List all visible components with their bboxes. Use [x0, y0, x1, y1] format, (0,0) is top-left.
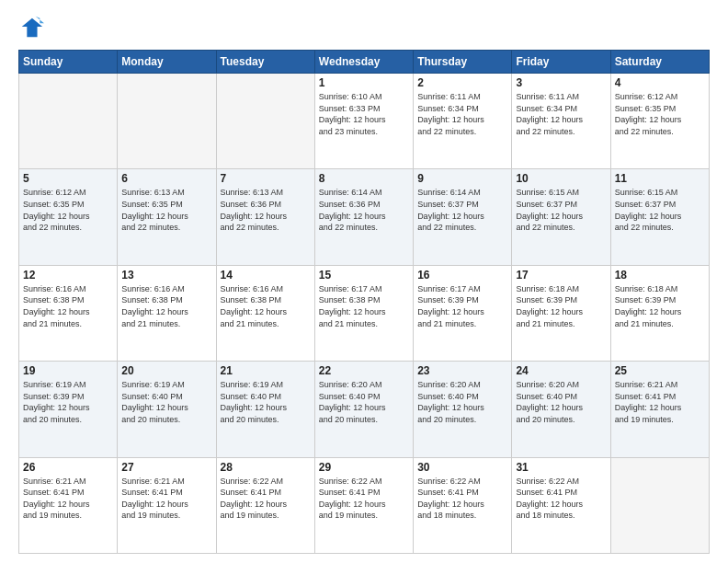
calendar-cell: 11Sunrise: 6:15 AM Sunset: 6:37 PM Dayli…: [610, 169, 709, 265]
day-number: 31: [516, 461, 606, 474]
day-number: 7: [221, 172, 311, 185]
day-number: 10: [516, 172, 606, 185]
day-number: 1: [319, 76, 409, 89]
calendar-cell: [19, 74, 118, 169]
day-number: 6: [121, 172, 211, 185]
day-info: Sunrise: 6:19 AM Sunset: 6:39 PM Dayligh…: [23, 379, 113, 425]
calendar-cell: 8Sunrise: 6:14 AM Sunset: 6:36 PM Daylig…: [314, 169, 413, 265]
day-number: 29: [319, 461, 409, 474]
day-info: Sunrise: 6:21 AM Sunset: 6:41 PM Dayligh…: [23, 476, 113, 522]
day-number: 8: [319, 172, 409, 185]
day-info: Sunrise: 6:12 AM Sunset: 6:35 PM Dayligh…: [23, 187, 113, 233]
calendar-cell: 24Sunrise: 6:20 AM Sunset: 6:40 PM Dayli…: [512, 362, 610, 457]
day-number: 28: [221, 461, 311, 474]
day-info: Sunrise: 6:14 AM Sunset: 6:36 PM Dayligh…: [319, 187, 409, 233]
weekday-header-thursday: Thursday: [414, 51, 512, 74]
calendar-cell: 15Sunrise: 6:17 AM Sunset: 6:38 PM Dayli…: [314, 265, 413, 361]
calendar-cell: 20Sunrise: 6:19 AM Sunset: 6:40 PM Dayli…: [118, 362, 216, 457]
day-info: Sunrise: 6:12 AM Sunset: 6:35 PM Dayligh…: [615, 91, 705, 137]
logo: [18, 15, 48, 40]
day-number: 27: [121, 461, 211, 474]
calendar-cell: 27Sunrise: 6:21 AM Sunset: 6:41 PM Dayli…: [118, 457, 216, 553]
day-info: Sunrise: 6:11 AM Sunset: 6:34 PM Dayligh…: [417, 91, 507, 137]
day-number: 24: [516, 364, 606, 377]
calendar-cell: 21Sunrise: 6:19 AM Sunset: 6:40 PM Dayli…: [216, 362, 314, 457]
day-number: 26: [23, 461, 113, 474]
calendar-cell: 5Sunrise: 6:12 AM Sunset: 6:35 PM Daylig…: [19, 169, 118, 265]
day-info: Sunrise: 6:16 AM Sunset: 6:38 PM Dayligh…: [23, 283, 113, 329]
day-info: Sunrise: 6:16 AM Sunset: 6:38 PM Dayligh…: [221, 283, 311, 329]
week-row-2: 5Sunrise: 6:12 AM Sunset: 6:35 PM Daylig…: [19, 169, 710, 265]
calendar-cell: 3Sunrise: 6:11 AM Sunset: 6:34 PM Daylig…: [512, 74, 610, 169]
day-info: Sunrise: 6:15 AM Sunset: 6:37 PM Dayligh…: [516, 187, 606, 233]
day-info: Sunrise: 6:17 AM Sunset: 6:38 PM Dayligh…: [319, 283, 409, 329]
weekday-header-sunday: Sunday: [19, 51, 118, 74]
calendar-cell: 23Sunrise: 6:20 AM Sunset: 6:40 PM Dayli…: [414, 362, 512, 457]
calendar-cell: 16Sunrise: 6:17 AM Sunset: 6:39 PM Dayli…: [414, 265, 512, 361]
day-number: 17: [516, 269, 606, 282]
day-info: Sunrise: 6:10 AM Sunset: 6:33 PM Dayligh…: [319, 91, 409, 137]
weekday-header-monday: Monday: [118, 51, 216, 74]
day-info: Sunrise: 6:21 AM Sunset: 6:41 PM Dayligh…: [121, 476, 211, 522]
day-number: 20: [121, 364, 211, 377]
calendar-cell: 12Sunrise: 6:16 AM Sunset: 6:38 PM Dayli…: [19, 265, 118, 361]
calendar-cell: 18Sunrise: 6:18 AM Sunset: 6:39 PM Dayli…: [610, 265, 709, 361]
calendar-cell: 29Sunrise: 6:22 AM Sunset: 6:41 PM Dayli…: [314, 457, 413, 553]
calendar-cell: 1Sunrise: 6:10 AM Sunset: 6:33 PM Daylig…: [314, 74, 413, 169]
weekday-header-tuesday: Tuesday: [216, 51, 314, 74]
calendar-cell: 25Sunrise: 6:21 AM Sunset: 6:41 PM Dayli…: [610, 362, 709, 457]
day-info: Sunrise: 6:14 AM Sunset: 6:37 PM Dayligh…: [417, 187, 507, 233]
day-info: Sunrise: 6:15 AM Sunset: 6:37 PM Dayligh…: [615, 187, 705, 233]
calendar-cell: 6Sunrise: 6:13 AM Sunset: 6:35 PM Daylig…: [118, 169, 216, 265]
week-row-5: 26Sunrise: 6:21 AM Sunset: 6:41 PM Dayli…: [19, 457, 710, 553]
day-number: 25: [615, 364, 705, 377]
weekday-header-row: SundayMondayTuesdayWednesdayThursdayFrid…: [19, 51, 710, 74]
day-info: Sunrise: 6:20 AM Sunset: 6:40 PM Dayligh…: [516, 379, 606, 425]
day-number: 12: [23, 269, 113, 282]
day-info: Sunrise: 6:13 AM Sunset: 6:36 PM Dayligh…: [221, 187, 311, 233]
calendar-cell: 19Sunrise: 6:19 AM Sunset: 6:39 PM Dayli…: [19, 362, 118, 457]
day-info: Sunrise: 6:21 AM Sunset: 6:41 PM Dayligh…: [615, 379, 705, 425]
calendar-cell: [610, 457, 709, 553]
day-number: 5: [23, 172, 113, 185]
day-info: Sunrise: 6:20 AM Sunset: 6:40 PM Dayligh…: [417, 379, 507, 425]
day-info: Sunrise: 6:19 AM Sunset: 6:40 PM Dayligh…: [121, 379, 211, 425]
logo-icon: [18, 15, 44, 40]
weekday-header-friday: Friday: [512, 51, 610, 74]
day-info: Sunrise: 6:16 AM Sunset: 6:38 PM Dayligh…: [121, 283, 211, 329]
day-info: Sunrise: 6:18 AM Sunset: 6:39 PM Dayligh…: [516, 283, 606, 329]
day-number: 2: [417, 76, 507, 89]
calendar-cell: 14Sunrise: 6:16 AM Sunset: 6:38 PM Dayli…: [216, 265, 314, 361]
day-info: Sunrise: 6:22 AM Sunset: 6:41 PM Dayligh…: [516, 476, 606, 522]
day-info: Sunrise: 6:20 AM Sunset: 6:40 PM Dayligh…: [319, 379, 409, 425]
day-info: Sunrise: 6:13 AM Sunset: 6:35 PM Dayligh…: [121, 187, 211, 233]
calendar-cell: 17Sunrise: 6:18 AM Sunset: 6:39 PM Dayli…: [512, 265, 610, 361]
day-info: Sunrise: 6:22 AM Sunset: 6:41 PM Dayligh…: [417, 476, 507, 522]
day-number: 13: [121, 269, 211, 282]
day-info: Sunrise: 6:22 AM Sunset: 6:41 PM Dayligh…: [221, 476, 311, 522]
weekday-header-wednesday: Wednesday: [314, 51, 413, 74]
day-info: Sunrise: 6:19 AM Sunset: 6:40 PM Dayligh…: [221, 379, 311, 425]
day-number: 19: [23, 364, 113, 377]
calendar-cell: 22Sunrise: 6:20 AM Sunset: 6:40 PM Dayli…: [314, 362, 413, 457]
day-info: Sunrise: 6:17 AM Sunset: 6:39 PM Dayligh…: [417, 283, 507, 329]
day-number: 11: [615, 172, 705, 185]
day-number: 16: [417, 269, 507, 282]
calendar-cell: [118, 74, 216, 169]
calendar-table: SundayMondayTuesdayWednesdayThursdayFrid…: [18, 50, 710, 554]
calendar-cell: 9Sunrise: 6:14 AM Sunset: 6:37 PM Daylig…: [414, 169, 512, 265]
weekday-header-saturday: Saturday: [610, 51, 709, 74]
day-info: Sunrise: 6:22 AM Sunset: 6:41 PM Dayligh…: [319, 476, 409, 522]
week-row-4: 19Sunrise: 6:19 AM Sunset: 6:39 PM Dayli…: [19, 362, 710, 457]
day-number: 22: [319, 364, 409, 377]
calendar-cell: 7Sunrise: 6:13 AM Sunset: 6:36 PM Daylig…: [216, 169, 314, 265]
day-number: 18: [615, 269, 705, 282]
calendar-cell: 10Sunrise: 6:15 AM Sunset: 6:37 PM Dayli…: [512, 169, 610, 265]
calendar-cell: 4Sunrise: 6:12 AM Sunset: 6:35 PM Daylig…: [610, 74, 709, 169]
calendar-cell: [216, 74, 314, 169]
calendar-cell: 31Sunrise: 6:22 AM Sunset: 6:41 PM Dayli…: [512, 457, 610, 553]
day-number: 3: [516, 76, 606, 89]
page: SundayMondayTuesdayWednesdayThursdayFrid…: [0, 0, 728, 563]
calendar-cell: 30Sunrise: 6:22 AM Sunset: 6:41 PM Dayli…: [414, 457, 512, 553]
week-row-3: 12Sunrise: 6:16 AM Sunset: 6:38 PM Dayli…: [19, 265, 710, 361]
